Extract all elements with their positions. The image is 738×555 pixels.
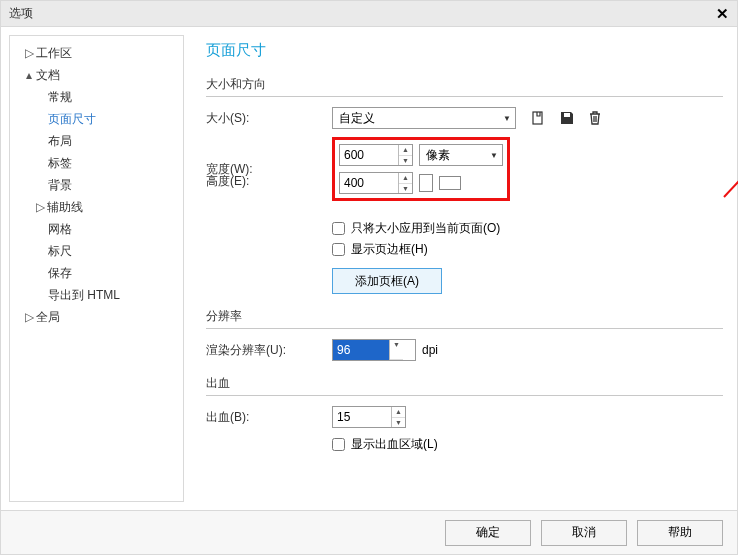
orientation-portrait-button[interactable] xyxy=(419,174,433,192)
options-dialog: 选项 ✕ ▷工作区 ▴文档 常规 页面尺寸 布局 标签 背景 ▷辅助线 网格 标… xyxy=(0,0,738,555)
tree-item-export-html[interactable]: 导出到 HTML xyxy=(10,284,183,306)
tree-item-background[interactable]: 背景 xyxy=(10,174,183,196)
chevron-down-icon: ▼ xyxy=(490,151,498,160)
spinner-down-icon[interactable]: ▼ xyxy=(392,418,405,428)
bleed-spinner[interactable]: ▲▼ xyxy=(332,406,406,428)
apply-current-page-label: 只将大小应用到当前页面(O) xyxy=(351,220,500,237)
chevron-down-icon: ▴ xyxy=(24,66,34,84)
tree-item-guides[interactable]: ▷辅助线 xyxy=(10,196,183,218)
close-icon[interactable]: ✕ xyxy=(716,5,729,23)
add-page-border-button[interactable]: 添加页框(A) xyxy=(332,268,442,294)
spinner-up-icon[interactable]: ▲ xyxy=(399,173,412,184)
titlebar: 选项 ✕ xyxy=(1,1,737,27)
dialog-footer: 确定 取消 帮助 xyxy=(1,510,737,554)
size-label: 大小(S): xyxy=(206,110,332,127)
orientation-landscape-button[interactable] xyxy=(439,176,461,190)
render-resolution-label: 渲染分辨率(U): xyxy=(206,342,332,359)
section-resolution: 分辨率 渲染分辨率(U): ▼ dpi xyxy=(206,308,723,361)
window-title: 选项 xyxy=(9,5,33,22)
section-size: 大小和方向 大小(S): 自定义 ▼ xyxy=(206,76,723,294)
spinner-down-icon[interactable]: ▼ xyxy=(399,184,412,194)
section-bleed: 出血 出血(B): ▲▼ 显示出血区域(L) xyxy=(206,375,723,453)
ok-button[interactable]: 确定 xyxy=(445,520,531,546)
height-spinner[interactable]: ▲▼ xyxy=(339,172,413,194)
chevron-down-icon: ▼ xyxy=(503,114,511,123)
bleed-label: 出血(B): xyxy=(206,409,332,426)
tree-item-page-size[interactable]: 页面尺寸 xyxy=(10,108,183,130)
spinner-up-icon[interactable]: ▲ xyxy=(392,407,405,418)
section-header-size: 大小和方向 xyxy=(206,76,723,97)
page-title: 页面尺寸 xyxy=(206,41,723,60)
help-button[interactable]: 帮助 xyxy=(637,520,723,546)
section-header-resolution: 分辨率 xyxy=(206,308,723,329)
sidebar-tree[interactable]: ▷工作区 ▴文档 常规 页面尺寸 布局 标签 背景 ▷辅助线 网格 标尺 保存 … xyxy=(9,35,184,502)
spinner-down-icon[interactable]: ▼ xyxy=(399,156,412,166)
apply-current-page-checkbox[interactable] xyxy=(332,222,345,235)
width-spinner[interactable]: ▲▼ xyxy=(339,144,413,166)
chevron-right-icon: ▷ xyxy=(24,44,34,62)
section-header-bleed: 出血 xyxy=(206,375,723,396)
tree-item-global[interactable]: ▷全局 xyxy=(10,306,183,328)
spinner-up-icon[interactable]: ▲ xyxy=(399,145,412,156)
highlight-annotation: ▲▼ 像素 ▼ ▲▼ xyxy=(332,137,510,201)
tree-item-save[interactable]: 保存 xyxy=(10,262,183,284)
tree-item-document[interactable]: ▴文档 xyxy=(10,64,183,86)
chevron-right-icon: ▷ xyxy=(24,308,34,326)
size-select[interactable]: 自定义 ▼ xyxy=(332,107,516,129)
svg-line-1 xyxy=(724,165,738,197)
show-bleed-checkbox[interactable] xyxy=(332,438,345,451)
floppy-save-icon[interactable] xyxy=(556,107,578,129)
chevron-right-icon: ▷ xyxy=(35,198,45,216)
chevron-down-icon[interactable]: ▼ xyxy=(390,340,403,360)
height-label: 高度(E): xyxy=(206,173,332,190)
show-bleed-label: 显示出血区域(L) xyxy=(351,436,438,453)
dialog-body: ▷工作区 ▴文档 常规 页面尺寸 布局 标签 背景 ▷辅助线 网格 标尺 保存 … xyxy=(1,27,737,510)
tree-item-layout[interactable]: 布局 xyxy=(10,130,183,152)
tree-item-general[interactable]: 常规 xyxy=(10,86,183,108)
trash-icon[interactable] xyxy=(584,107,606,129)
main-panel: 页面尺寸 大小和方向 大小(S): 自定义 ▼ xyxy=(184,27,737,510)
show-page-border-label: 显示页边框(H) xyxy=(351,241,428,258)
tree-item-ruler[interactable]: 标尺 xyxy=(10,240,183,262)
render-resolution-input[interactable]: ▼ xyxy=(332,339,416,361)
tree-item-grid[interactable]: 网格 xyxy=(10,218,183,240)
save-preset-icon[interactable] xyxy=(528,107,550,129)
dpi-unit-label: dpi xyxy=(422,343,438,357)
tree-item-workspace[interactable]: ▷工作区 xyxy=(10,42,183,64)
unit-select[interactable]: 像素 ▼ xyxy=(419,144,503,166)
show-page-border-checkbox[interactable] xyxy=(332,243,345,256)
cancel-button[interactable]: 取消 xyxy=(541,520,627,546)
tree-item-labels[interactable]: 标签 xyxy=(10,152,183,174)
